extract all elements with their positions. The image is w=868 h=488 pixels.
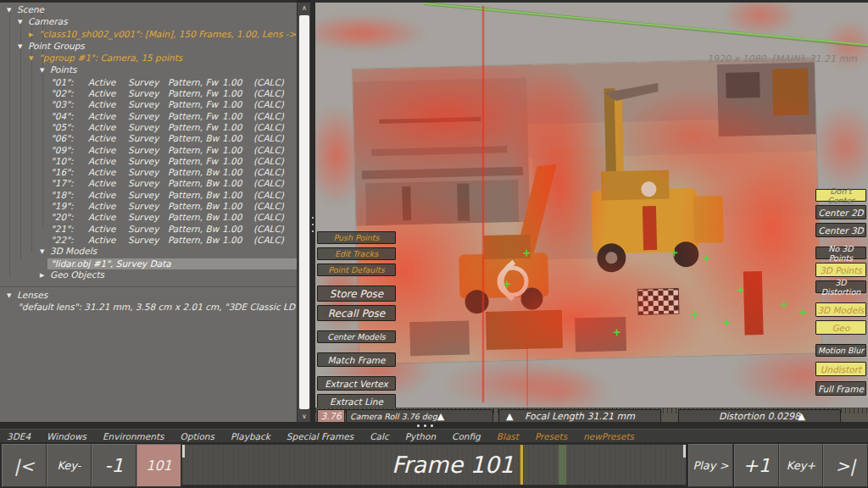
collapsed-arrow-icon[interactable]: ▶: [40, 270, 50, 281]
menu-presets[interactable]: Presets: [535, 431, 567, 441]
tree-row-3d-models[interactable]: ▼3D Models: [0, 246, 297, 258]
toggle-undistort-button[interactable]: Undistort: [815, 362, 866, 376]
tool-extract-line-button[interactable]: Extract Line: [317, 394, 396, 408]
tree-row-point-groups[interactable]: ▼Point Groups: [0, 41, 297, 53]
tree-row-geo-objects[interactable]: ▶Geo Objects: [0, 269, 297, 281]
menu-calc[interactable]: Calc: [370, 431, 388, 441]
toggle-center-2d-button[interactable]: Center 2D: [815, 205, 866, 219]
menu-blast[interactable]: Blast: [497, 431, 519, 441]
tree-row-pgroup-1-camera-15-point[interactable]: ▼"pgroup #1": Camera, 15 points: [0, 53, 297, 64]
tree-row-point-01[interactable]: "01":ActiveSurveyPattern, Fw1.00(CALC): [0, 77, 297, 88]
tool-extract-vertex-button[interactable]: Extract Vertex: [317, 376, 396, 391]
tool-edit-tracks-button[interactable]: Edit Tracks: [317, 247, 396, 260]
point-cell: 1.00: [222, 88, 253, 99]
tool-point-defaults-button[interactable]: Point Defaults: [317, 263, 396, 276]
current-frame-field[interactable]: 101: [136, 444, 181, 487]
toggle-no-3d-points-button[interactable]: No 3D Points: [815, 247, 866, 259]
tree-row-points[interactable]: ▼Points: [0, 64, 297, 76]
point-cell: Active: [88, 201, 128, 212]
expanded-arrow-icon[interactable]: ▼: [40, 247, 50, 258]
go-to-start-button[interactable]: |<: [2, 444, 47, 487]
timeline-bar: |< Key- -1 101 Frame 101 Play > +1 Key+ …: [0, 442, 868, 488]
expanded-arrow-icon[interactable]: ▼: [7, 291, 17, 302]
expanded-arrow-icon[interactable]: ▼: [29, 53, 39, 64]
tool-store-pose-button[interactable]: Store Pose: [317, 286, 396, 302]
toggle-center-3d-button[interactable]: Center 3D: [815, 223, 866, 237]
tree-row-point-10[interactable]: "10":ActiveSurveyPattern, Fw1.00(CALC): [0, 156, 297, 167]
tree-row-point-04[interactable]: "04":ActiveSurveyPattern, Fw1.00(CALC): [0, 111, 297, 122]
menu-special-frames[interactable]: Special Frames: [287, 431, 353, 441]
point-cell: (CALC): [253, 156, 297, 167]
collapsed-arrow-icon[interactable]: ▶: [29, 30, 39, 41]
menu-options[interactable]: Options: [180, 431, 214, 441]
point-cell: (CALC): [253, 145, 297, 156]
play-button[interactable]: Play >: [688, 444, 733, 487]
toggle-3d-points-button[interactable]: 3D Points: [815, 263, 866, 277]
timeline-scrubber[interactable]: Frame 101: [181, 444, 687, 485]
tree-row-point-20[interactable]: "20":ActiveSurveyPattern, Bw1.00(CALC): [0, 212, 297, 223]
tree-row-point-18[interactable]: "18":ActiveSurveyPattern, Bw1.00(CALC): [0, 190, 297, 201]
tree-row-point-19[interactable]: "19":ActiveSurveyPattern, Bw1.00(CALC): [0, 201, 297, 212]
toggle-motion-blur-button[interactable]: Motion Blur: [815, 344, 866, 357]
point-cell: Survey: [128, 145, 168, 156]
next-key-button[interactable]: Key+: [779, 444, 823, 487]
toggle-geo-button[interactable]: Geo: [815, 320, 866, 335]
tree-row-label: Scene: [17, 4, 44, 14]
step-forward-button[interactable]: +1: [734, 444, 779, 487]
menu-config[interactable]: Config: [452, 431, 481, 441]
menu-windows[interactable]: Windows: [47, 431, 86, 441]
step-back-button[interactable]: -1: [92, 444, 136, 487]
tree-row-label: Lenses: [17, 290, 47, 300]
scroll-up-icon[interactable]: ∧: [298, 3, 311, 14]
menu-3de4[interactable]: 3DE4: [7, 431, 31, 441]
tree-row-scene[interactable]: ▼Scene: [0, 4, 297, 16]
tree-row-cameras[interactable]: ▼Cameras: [0, 16, 297, 28]
point-cell: (CALC): [253, 201, 297, 212]
pane-resize-strip[interactable]: [0, 422, 868, 429]
point-cell: "05":: [51, 122, 88, 133]
menu-playback[interactable]: Playback: [231, 431, 270, 441]
tree-row-point-05[interactable]: "05":ActiveSurveyPattern, Fw1.00(CALC): [0, 122, 297, 133]
tree-row-label: Points: [50, 64, 77, 75]
slider-marker-icon[interactable]: ▲: [506, 412, 513, 421]
tree-row-lidar-obj-1-survey-data[interactable]: "lidar.obj #1", Survey Data: [0, 258, 297, 269]
tree-row-point-21[interactable]: "21":ActiveSurveyPattern, Bw1.00(CALC): [0, 224, 297, 235]
point-cell: Survey: [128, 201, 168, 212]
slider-marker-icon[interactable]: ▲: [798, 412, 805, 421]
tool-match-frame-button[interactable]: Match Frame: [317, 352, 396, 367]
footage-plate[interactable]: [353, 58, 821, 363]
tree-row-point-06[interactable]: "06":ActiveSurveyPattern, Bw1.00(CALC): [0, 133, 297, 144]
tool-push-points-button[interactable]: Push Points: [317, 231, 396, 244]
expanded-arrow-icon[interactable]: ▼: [7, 5, 17, 16]
point-cell: 1.00: [222, 224, 253, 235]
scroll-down-icon[interactable]: ∨: [298, 411, 311, 422]
menu-environments[interactable]: Environments: [103, 431, 164, 441]
tree-row-default-lens-31-21-mm-3-[interactable]: "default lens": 31.21 mm, 3.58 cm x 2.01…: [0, 302, 297, 313]
toggle-full-frame-button[interactable]: Full Frame: [815, 381, 866, 396]
camera-viewport[interactable]: 1920 x 1080, [MAIN], 31.21 mm Push Point…: [315, 0, 868, 424]
tree-row-class10-sh002-v001-main-[interactable]: ▶"class10_sh002_v001": [Main], 150 Frame…: [0, 29, 297, 41]
tree-row-point-09[interactable]: "09":ActiveSurveyPattern, Fw1.00(CALC): [0, 145, 297, 156]
tool-recall-pose-button[interactable]: Recall Pose: [317, 305, 396, 321]
expanded-arrow-icon[interactable]: ▼: [40, 65, 50, 76]
tree-row-point-22[interactable]: "22":ActiveSurveyPattern, Bw1.00(CALC): [0, 235, 297, 246]
tree-row-point-03[interactable]: "03":ActiveSurveyPattern, Fw1.00(CALC): [0, 99, 297, 110]
expanded-arrow-icon[interactable]: ▼: [18, 17, 28, 28]
slider-marker-icon[interactable]: ▲: [437, 412, 444, 421]
go-to-end-button[interactable]: >|: [823, 444, 868, 487]
tree-row-point-02[interactable]: "02":ActiveSurveyPattern, Fw1.00(CALC): [0, 88, 297, 99]
tree-row-lenses[interactable]: ▼Lenses: [0, 290, 297, 302]
tree-row-point-16[interactable]: "16":ActiveSurveyPattern, Bw1.00(CALC): [0, 167, 297, 178]
scrollbar-thumb[interactable]: [299, 15, 309, 409]
tool-center-models-button[interactable]: Center Models: [317, 330, 396, 343]
toggle-3d-models-button[interactable]: 3D Models: [815, 302, 866, 317]
menu-newpresets[interactable]: newPresets: [583, 431, 634, 441]
toggle-don-t-center-button[interactable]: Don't Center: [815, 189, 866, 202]
menu-python[interactable]: Python: [405, 431, 436, 441]
point-cell: (CALC): [253, 235, 297, 246]
scene-panel-scrollbar[interactable]: ∧ ∨: [297, 3, 311, 422]
previous-key-button[interactable]: Key-: [47, 444, 92, 487]
expanded-arrow-icon[interactable]: ▼: [18, 42, 28, 53]
tree-row-point-17[interactable]: "17":ActiveSurveyPattern, Bw1.00(CALC): [0, 178, 297, 189]
toggle-3d-distortion-button[interactable]: 3D Distortion: [815, 280, 866, 293]
